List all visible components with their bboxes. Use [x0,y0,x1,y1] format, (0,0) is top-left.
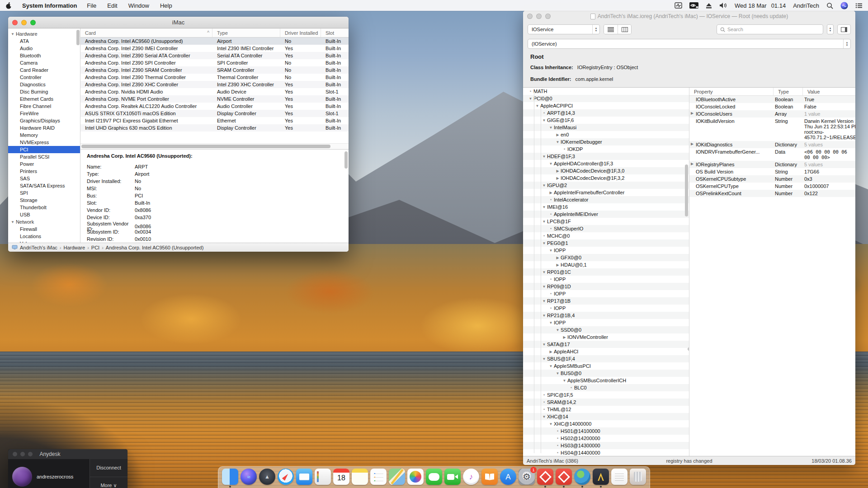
tree-node[interactable]: ▼IGPU@2 [523,182,689,189]
collapsed-triangle-icon[interactable]: ▶ [555,133,561,137]
expanded-triangle-icon[interactable]: ▼ [561,379,567,383]
table-row[interactable]: Andresha Corp. Nvidia HDMI AudioAudio De… [80,88,349,95]
sidebar-item-ethernet-cards[interactable]: Ethernet Cards [8,95,80,103]
calendar-icon[interactable]: 18 [333,469,349,485]
tree-node[interactable]: ▼SBUS@1F,4 [523,355,689,362]
table-row[interactable]: Andresha Corp. Intel AC9560 (Unsupported… [80,38,349,45]
dock-item-red-app-2[interactable] [556,469,572,488]
sidebar-item-controller[interactable]: Controller [8,74,80,81]
tree-node[interactable]: ▼SATA@17 [523,341,689,348]
eject-icon[interactable] [706,1,712,9]
sidebar-item-volumes[interactable]: Volumes [8,240,80,243]
expanded-triangle-icon[interactable]: ▼ [541,155,547,159]
tree-node[interactable]: •MCHC@0 [523,232,689,239]
tree-node[interactable]: •AppleIntelMEIDriver [523,211,689,218]
property-row[interactable]: ▶IOConsoleUsersArray1 value [689,110,855,117]
tree-node[interactable]: ▼RP01@1C [523,268,689,276]
expanded-triangle-icon[interactable]: ▼ [548,126,554,130]
spotlight-search-icon[interactable] [826,1,833,9]
expanded-triangle-icon[interactable]: ▼ [541,118,547,122]
dock-item-safari[interactable] [278,469,294,485]
inspector-panel-toggle-button[interactable] [837,24,851,34]
tree-node[interactable]: ▼IOPP [523,247,689,254]
property-row[interactable]: ▶IORegistryPlanesDictionary5 values [689,161,855,168]
tree-node[interactable]: •IOKDP [523,145,689,153]
expanded-triangle-icon[interactable]: ▼ [541,205,547,209]
itunes-icon[interactable]: ♪ [463,469,479,485]
dock-item-facetime[interactable] [444,469,461,485]
expanded-triangle-icon[interactable]: ▼ [541,299,547,303]
tree-node[interactable]: ▶en0 [523,131,689,138]
dock-item-red-app-1[interactable] [537,469,553,488]
expanded-triangle-icon[interactable]: ▼ [541,220,547,224]
minimize-button[interactable] [536,14,542,19]
tree-node[interactable]: ▼IMEI@16 [523,203,689,211]
tree-node[interactable]: ▶GFX0@0 [523,254,689,261]
tree-node[interactable]: ▼RP09@1D [523,283,689,290]
disconnect-button[interactable]: Disconnect [90,459,127,477]
tree-node[interactable]: ▶IOHDACodecDevice@1F,3,2 [523,174,689,182]
table-row[interactable]: Andresha Corp. Intel Z390 SPI Controller… [80,59,349,66]
tree-node[interactable]: ▼XHC@14000000 [523,420,689,427]
sidebar-item-locations[interactable]: Locations [8,233,80,240]
dock-item-notes[interactable] [352,469,368,485]
expanded-triangle-icon[interactable]: ▼ [555,140,561,144]
ioreg-titlebar[interactable]: AndriTech's iMac.ioreg (AndriTech's iMac… [523,11,855,22]
plane-dropdown[interactable]: IOService ▲▼ [528,24,600,34]
tree-node[interactable]: ▼LPCB@1F [523,218,689,225]
tree-node[interactable]: •ARPT@14,3 [523,109,689,117]
sidebar-item-thunderbolt[interactable]: Thunderbolt [8,204,80,211]
globe-app-icon[interactable] [574,469,590,485]
dock-item-finder[interactable] [222,469,238,488]
menu-bar-clock[interactable]: Wed 18 Mar 01.14 [735,2,786,9]
system-preferences-icon[interactable]: ⚙1 [519,469,535,485]
tree-node[interactable]: ▼AppleSMBusControllerICH [523,377,689,384]
property-row[interactable]: ▶IOKitDiagnosticsDictionary5 values [689,141,855,148]
expanded-triangle-icon[interactable]: ▼ [555,371,561,375]
tree-node[interactable]: ▼AppleHDAController@1F,3 [523,160,689,167]
property-row[interactable]: OS Build VersionString17G66 [689,168,855,175]
sidebar-item-hardware-raid[interactable]: Hardware RAID [8,124,80,131]
nvidia-icon[interactable] [689,1,698,9]
siri-icon[interactable]: ≈ [241,469,257,485]
tree-node[interactable]: ▼HDEF@1F,3 [523,153,689,160]
table-row[interactable]: Intel UHD Graphics 630 macOS EditionDisp… [80,124,349,131]
collapsed-triangle-icon[interactable]: ▶ [561,335,567,339]
collapsed-triangle-icon[interactable]: ▶ [555,169,561,173]
apple-logo-icon[interactable] [5,1,12,9]
tree-node[interactable]: ▼GIGE@1F,6 [523,117,689,124]
tree-node[interactable]: ▼IOKernelDebugger [523,138,689,145]
table-row[interactable]: Andresha Corp. Intel Z390 SRAM Controlle… [80,66,349,74]
expanded-triangle-icon[interactable]: ▼ [548,364,554,368]
zoom-button[interactable] [545,14,551,19]
sidebar-item-firewire[interactable]: FireWire [8,110,80,117]
dock-item-reminders[interactable] [370,469,387,485]
table-row[interactable]: Andresha Corp. Intel Z390 XHC Controller… [80,81,349,88]
sidebar-item-graphics-displays[interactable]: Graphics/Displays [8,117,80,124]
expanded-triangle-icon[interactable]: ▼ [534,104,540,108]
breadcrumb-item[interactable]: Hardware [63,245,85,250]
property-row[interactable]: OSKernelCPUSubtypeNumber0x3 [689,175,855,183]
column-view-button[interactable] [618,25,631,34]
column-header-card[interactable]: Card^ [80,28,212,37]
sidebar-item-pci[interactable]: PCI [8,146,80,153]
tree-node[interactable]: •HS02@14200000 [523,435,689,442]
istat-activity-icon[interactable] [675,1,682,9]
expanded-triangle-icon[interactable]: ▼ [541,357,547,361]
horizontal-scrollbar[interactable] [80,143,349,149]
collapsed-triangle-icon[interactable]: ▶ [555,263,561,267]
contacts-icon[interactable] [315,469,331,485]
finder-icon[interactable] [222,469,238,485]
expanded-triangle-icon[interactable]: ▼ [555,328,561,332]
notes-icon[interactable] [352,469,368,485]
active-app-name[interactable]: System Information [22,2,77,9]
collapsed-triangle-icon[interactable]: ▶ [548,350,554,354]
tree-node[interactable]: •IntelAccelerator [523,196,689,203]
sidebar-item-ata[interactable]: ATA [8,38,80,45]
property-column-header-type[interactable]: Type [773,88,802,95]
path-dropdown[interactable]: (IOService) ▲▼ [528,39,851,49]
breadcrumb-item[interactable]: Andresha Corp. Intel AC9560 (Unsupported… [106,245,203,250]
property-row[interactable]: IOConsoleLockedBooleanFalse [689,103,855,110]
more-button[interactable]: More ∨ [90,477,127,488]
menu-window[interactable]: Window [128,2,149,9]
